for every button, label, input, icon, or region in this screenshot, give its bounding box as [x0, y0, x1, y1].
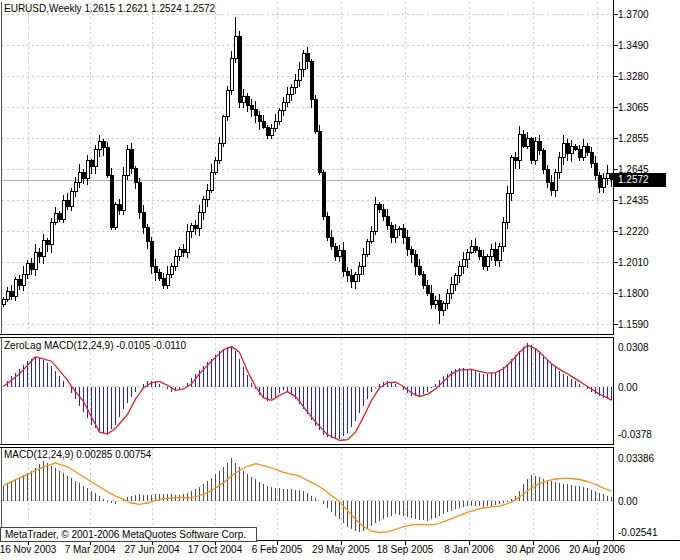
price-axis-label: 1.2855	[618, 133, 649, 144]
price-axis-label: 1.3700	[618, 9, 649, 20]
copyright-text: MetaTrader, © 2001-2006 MetaQuotes Softw…	[5, 529, 246, 540]
date-axis-label: 20 Aug 2006	[555, 544, 639, 555]
macd-axis-label: 0.00	[618, 496, 637, 507]
macd-axis-label: -0.02541	[618, 527, 657, 538]
chart-canvas[interactable]	[0, 0, 680, 560]
panel-splitter-zerolag[interactable]	[0, 334, 614, 338]
metatrader-chart-window: EURUSD,Weekly 1.2615 1.2621 1.2524 1.257…	[0, 0, 680, 560]
zerolag-axis-label: 0.00	[618, 382, 637, 393]
current-price-box: 1.2572	[614, 173, 666, 187]
price-axis-label: 1.1800	[618, 288, 649, 299]
panel-splitter-macd[interactable]	[0, 444, 614, 448]
price-axis-label: 1.1590	[618, 319, 649, 330]
macd-axis-label: 0.03386	[618, 453, 654, 464]
price-axis-label: 1.2220	[618, 226, 649, 237]
zerolag-axis-label: -0.0378	[618, 429, 652, 440]
price-axis-label: 1.2435	[618, 195, 649, 206]
price-axis-label: 1.3490	[618, 40, 649, 51]
current-price-value: 1.2572	[618, 174, 649, 185]
status-bar: MetaTrader, © 2001-2006 MetaQuotes Softw…	[0, 527, 257, 542]
macd-indicator-title: MACD(12,24,9) 0.00285 0.00754	[4, 449, 151, 460]
price-axis-label: 1.3065	[618, 102, 649, 113]
price-axis-label: 1.3280	[618, 71, 649, 82]
zerolag-axis-label: 0.0308	[618, 342, 649, 353]
price-axis-label: 1.2010	[618, 257, 649, 268]
chart-symbol-title: EURUSD,Weekly 1.2615 1.2621 1.2524 1.257…	[4, 3, 215, 14]
zerolag-indicator-title: ZeroLag MACD(12,24,9) -0.0105 -0.0110	[4, 340, 186, 351]
